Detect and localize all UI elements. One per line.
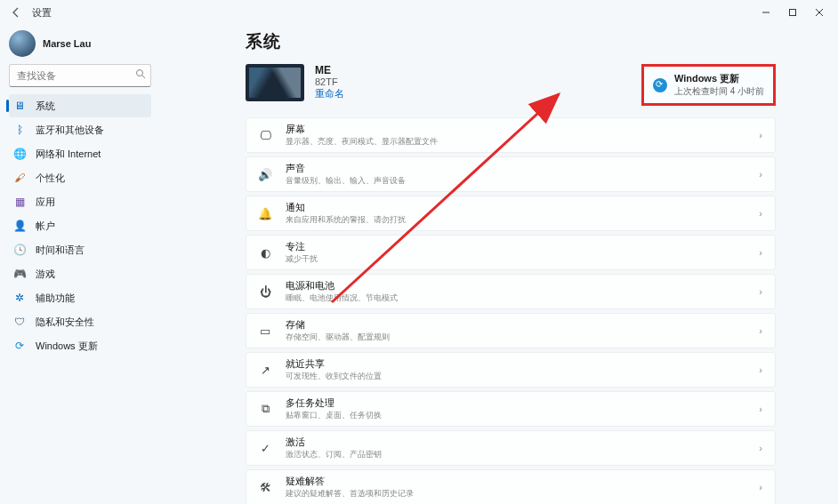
sidebar-item-label: 蓝牙和其他设备 [36, 124, 104, 137]
settings-row-subtitle: 减少干扰 [286, 253, 746, 265]
settings-row-title: 就近共享 [286, 357, 746, 371]
settings-row-power[interactable]: ⏻电源和电池睡眠、电池使用情况、节电模式› [246, 274, 776, 309]
settings-row-display[interactable]: 🖵屏幕显示器、亮度、夜间模式、显示器配置文件› [246, 117, 776, 153]
power-icon: ⏻ [257, 285, 273, 299]
sidebar-item-apps[interactable]: ▦应用 [9, 190, 151, 213]
display-icon: 🖵 [257, 129, 273, 142]
bluetooth-icon: ᛒ [12, 123, 27, 137]
device-thumbnail[interactable] [246, 64, 304, 101]
personalize-icon: 🖌 [12, 171, 27, 185]
sidebar-item-label: 帐户 [36, 220, 55, 233]
settings-row-focus[interactable]: ◐专注减少干扰› [246, 235, 776, 270]
sidebar-item-label: 时间和语言 [36, 244, 85, 257]
sidebar-item-label: 应用 [36, 196, 55, 209]
settings-row-title: 电源和电池 [286, 279, 746, 292]
device-name: ME [315, 64, 344, 76]
focus-icon: ◐ [257, 246, 273, 260]
chevron-right-icon: › [759, 130, 762, 140]
troubleshoot-icon: 🛠 [257, 481, 273, 494]
settings-row-subtitle: 显示器、亮度、夜间模式、显示器配置文件 [286, 136, 746, 148]
settings-row-subtitle: 来自应用和系统的警报、请勿打扰 [286, 214, 746, 226]
settings-row-share[interactable]: ↗就近共享可发现性、收到文件的位置› [246, 352, 776, 388]
sidebar-item-update[interactable]: ⟳Windows 更新 [9, 334, 151, 357]
settings-row-title: 存储 [286, 318, 746, 332]
sidebar-item-label: 辅助功能 [36, 292, 75, 305]
settings-row-activate[interactable]: ✓激活激活状态、订阅、产品密钥› [246, 430, 776, 466]
privacy-icon: 🛡 [12, 315, 27, 329]
settings-row-title: 通知 [286, 201, 746, 214]
chevron-right-icon: › [759, 482, 762, 492]
settings-row-title: 声音 [286, 162, 746, 175]
windows-update-title: Windows 更新 [674, 72, 764, 85]
settings-row-sound[interactable]: 🔊声音音量级别、输出、输入、声音设备› [246, 156, 776, 192]
chevron-right-icon: › [759, 404, 762, 414]
sidebar-item-gaming[interactable]: 🎮游戏 [9, 262, 151, 285]
search-box[interactable] [9, 64, 151, 87]
nav: 🖥系统ᛒ蓝牙和其他设备🌐网络和 Internet🖌个性化▦应用👤帐户🕓时间和语言… [9, 94, 151, 357]
settings-row-title: 屏幕 [286, 123, 746, 136]
sidebar-item-label: 个性化 [36, 172, 65, 185]
sound-icon: 🔊 [257, 168, 273, 181]
minimize-button[interactable] [753, 2, 779, 23]
apps-icon: ▦ [12, 195, 27, 209]
time-lang-icon: 🕓 [12, 243, 27, 257]
maximize-button[interactable] [779, 2, 806, 23]
system-icon: 🖥 [12, 99, 27, 113]
network-icon: 🌐 [12, 147, 27, 161]
window-title: 设置 [32, 6, 52, 20]
sidebar-item-label: 系统 [36, 100, 55, 113]
sidebar-item-bluetooth[interactable]: ᛒ蓝牙和其他设备 [9, 118, 151, 141]
settings-row-notify[interactable]: 🔔通知来自应用和系统的警报、请勿打扰› [246, 196, 776, 231]
chevron-right-icon: › [759, 208, 762, 219]
settings-row-subtitle: 贴靠窗口、桌面、任务切换 [286, 410, 746, 421]
sidebar-item-label: 网络和 Internet [36, 148, 101, 161]
device-model: 82TF [315, 76, 344, 87]
settings-row-troubleshoot[interactable]: 🛠疑难解答建议的疑难解答、首选项和历史记录› [246, 469, 776, 504]
user-block[interactable]: Marse Lau [9, 30, 151, 57]
update-icon: ⟳ [12, 339, 27, 353]
rename-link[interactable]: 重命名 [315, 87, 344, 100]
page-heading: 系统 [246, 30, 776, 53]
chevron-right-icon: › [759, 169, 762, 180]
notify-icon: 🔔 [257, 207, 273, 220]
sidebar-item-label: 游戏 [36, 268, 55, 281]
search-input[interactable] [9, 64, 151, 87]
avatar [9, 30, 36, 57]
windows-update-subtitle: 上次检查时间 4 小时前 [674, 85, 764, 98]
sidebar-item-accessibility[interactable]: ✲辅助功能 [9, 286, 151, 309]
settings-row-title: 多任务处理 [286, 396, 746, 410]
close-button[interactable] [806, 2, 833, 23]
chevron-right-icon: › [759, 325, 762, 336]
main-panel: 系统 ME 82TF 重命名 Windows 更新 上次检查时间 4 小时前 🖵… [158, 25, 838, 504]
activate-icon: ✓ [257, 442, 273, 455]
chevron-right-icon: › [759, 286, 762, 297]
sidebar-item-network[interactable]: 🌐网络和 Internet [9, 142, 151, 165]
gaming-icon: 🎮 [12, 267, 27, 281]
settings-row-title: 专注 [286, 240, 746, 253]
sidebar-item-system[interactable]: 🖥系统 [9, 94, 151, 117]
settings-row-multitask[interactable]: ⧉多任务处理贴靠窗口、桌面、任务切换› [246, 391, 776, 427]
sidebar-item-privacy[interactable]: 🛡隐私和安全性 [9, 310, 151, 333]
chevron-right-icon: › [759, 247, 762, 258]
user-name: Marse Lau [43, 38, 91, 49]
sidebar-item-accounts[interactable]: 👤帐户 [9, 214, 151, 237]
multitask-icon: ⧉ [257, 402, 273, 416]
settings-row-title: 激活 [286, 436, 746, 449]
search-icon [135, 68, 146, 82]
update-status-icon [653, 78, 667, 92]
chevron-right-icon: › [759, 443, 762, 453]
svg-line-3 [142, 76, 145, 78]
sidebar-item-time-lang[interactable]: 🕓时间和语言 [9, 238, 151, 261]
settings-row-storage[interactable]: ▭存储存储空间、驱动器、配置规则› [246, 313, 776, 348]
sidebar-item-label: Windows 更新 [36, 340, 98, 353]
settings-row-subtitle: 激活状态、订阅、产品密钥 [286, 449, 746, 460]
titlebar: 设置 [0, 0, 838, 25]
back-button[interactable] [5, 2, 27, 23]
sidebar-item-personalize[interactable]: 🖌个性化 [9, 166, 151, 189]
settings-list: 🖵屏幕显示器、亮度、夜间模式、显示器配置文件›🔊声音音量级别、输出、输入、声音设… [246, 117, 776, 504]
settings-row-title: 疑难解答 [286, 475, 746, 488]
settings-row-subtitle: 可发现性、收到文件的位置 [286, 371, 746, 382]
windows-update-card[interactable]: Windows 更新 上次检查时间 4 小时前 [641, 64, 776, 106]
settings-row-subtitle: 存储空间、驱动器、配置规则 [286, 332, 746, 343]
settings-row-subtitle: 建议的疑难解答、首选项和历史记录 [286, 488, 746, 500]
